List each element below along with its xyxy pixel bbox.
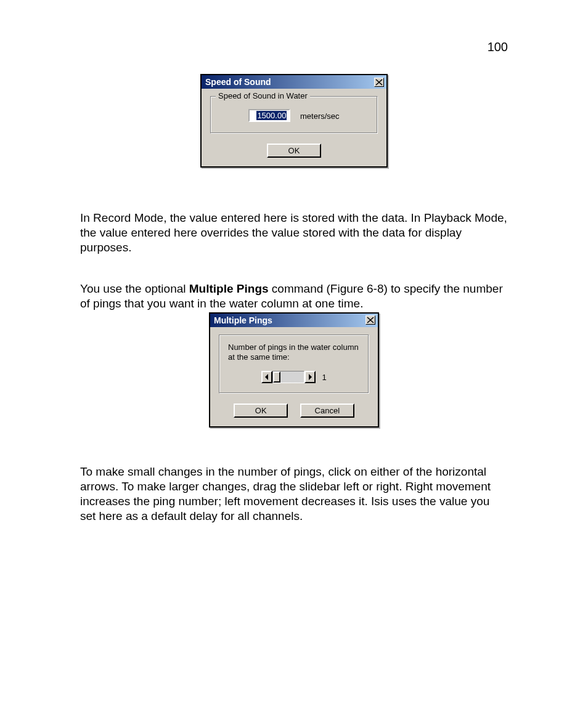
- dialog-body: Speed of Sound in Water 1500.00 meters/s…: [202, 89, 386, 166]
- dialog-titlebar: Multiple Pings: [210, 314, 378, 327]
- close-icon: [367, 317, 374, 323]
- pings-label: Number of pings in the water column at t…: [228, 343, 360, 363]
- close-button[interactable]: [365, 315, 375, 325]
- arrow-right-icon: [308, 374, 312, 380]
- speed-value-input[interactable]: 1500.00: [248, 109, 290, 122]
- speed-of-sound-dialog: Speed of Sound Speed of Sound in Water 1…: [200, 74, 388, 168]
- ok-button[interactable]: OK: [267, 144, 321, 158]
- pings-scroll-cluster: 1: [228, 371, 360, 383]
- dialog-body: Number of pings in the water column at t…: [210, 327, 378, 427]
- ok-button[interactable]: OK: [234, 404, 288, 418]
- dialog-title: Speed of Sound: [205, 77, 271, 87]
- cancel-button[interactable]: Cancel: [300, 404, 354, 418]
- text-span: You use the optional: [80, 282, 189, 295]
- speed-of-sound-figure: Speed of Sound Speed of Sound in Water 1…: [68, 74, 520, 168]
- page-number: 100: [488, 40, 508, 54]
- svg-marker-5: [309, 374, 312, 380]
- scroll-thumb[interactable]: [273, 371, 280, 383]
- bold-command-name: Multiple Pings: [189, 282, 269, 295]
- dialog-title: Multiple Pings: [214, 315, 272, 325]
- dialog-titlebar: Speed of Sound: [202, 75, 386, 89]
- paragraph-pings-instructions: To make small changes in the number of p…: [80, 465, 508, 523]
- scroll-track[interactable]: [272, 371, 304, 383]
- groupbox-legend: Speed of Sound in Water: [216, 91, 310, 100]
- close-icon: [375, 79, 383, 86]
- svg-marker-4: [265, 374, 268, 380]
- pings-value: 1: [322, 373, 326, 382]
- unit-label: meters/sec: [300, 112, 340, 121]
- scroll-left-button[interactable]: [261, 371, 272, 383]
- paragraph-multiple-pings-intro: You use the optional Multiple Pings comm…: [80, 282, 508, 311]
- multiple-pings-figure: Multiple Pings Number of pings in the wa…: [68, 312, 520, 428]
- paragraph-record-playback: In Record Mode, the value entered here i…: [80, 211, 508, 254]
- scroll-right-button[interactable]: [304, 371, 316, 383]
- arrow-left-icon: [264, 374, 269, 380]
- close-button[interactable]: [374, 78, 384, 87]
- document-page: 100 Speed of Sound Speed of Sound in Wat…: [0, 0, 588, 714]
- multiple-pings-dialog: Multiple Pings Number of pings in the wa…: [209, 312, 379, 428]
- speed-of-sound-groupbox: Speed of Sound in Water 1500.00 meters/s…: [210, 96, 378, 134]
- pings-groupbox: Number of pings in the water column at t…: [219, 335, 369, 394]
